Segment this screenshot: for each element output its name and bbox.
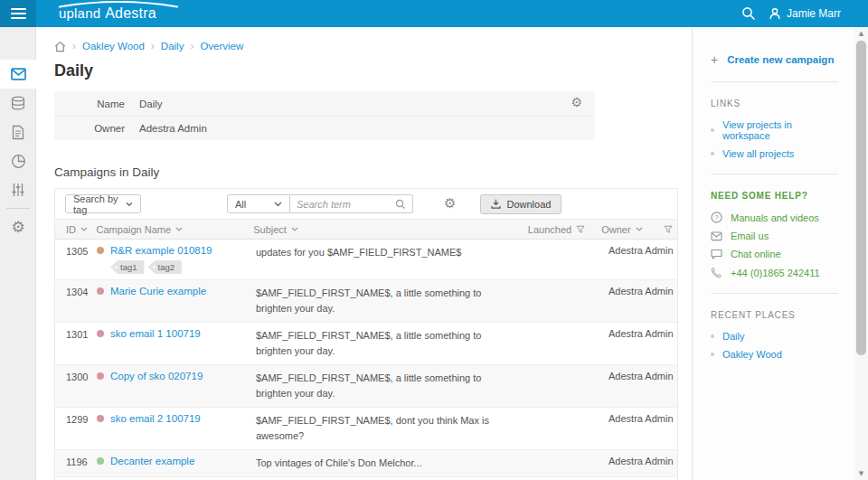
- phone-number-link[interactable]: +44 (0)1865 242411: [731, 268, 820, 278]
- campaign-subject: $AMF_FIELD_FIRST_NAME$, a little somethi…: [256, 371, 518, 401]
- campaign-owner: Adestra Admin: [599, 328, 676, 339]
- recent-daily-link[interactable]: Daily: [722, 331, 744, 342]
- breadcrumb-page[interactable]: Overview: [200, 41, 243, 52]
- campaign-owner: Adestra Admin: [599, 456, 676, 466]
- campaign-link[interactable]: Copy of sko 020719: [110, 371, 203, 381]
- table-settings-gear-icon[interactable]: ⚙: [444, 197, 456, 211]
- campaigns-panel: Search by tag All ⚙ Download ID: [54, 188, 678, 480]
- campaign-subject: updates for you $AMF_FIELD_FIRST_NAME$: [256, 245, 518, 260]
- owner-filter-icon[interactable]: [659, 225, 677, 234]
- download-button[interactable]: Download: [480, 194, 561, 214]
- email-icon: [11, 68, 26, 80]
- info-value: Daily: [139, 99, 163, 109]
- table-row: 1304 Marie Curie example $AMF_FIELD_FIRS…: [55, 280, 677, 323]
- table-row: 1300 Copy of sko 020719 $AMF_FIELD_FIRST…: [55, 365, 677, 408]
- info-label: Owner: [54, 123, 125, 134]
- campaign-subject: $AMF_FIELD_FIRST_NAME$, a little somethi…: [256, 286, 518, 316]
- sort-chevron-icon: [636, 227, 643, 231]
- search-icon[interactable]: [395, 199, 406, 210]
- divider: [711, 293, 838, 294]
- project-settings-gear-icon[interactable]: ⚙: [571, 96, 582, 108]
- type-filter-select[interactable]: All: [227, 194, 290, 213]
- col-header-name[interactable]: Campaign Name: [97, 224, 254, 235]
- divider: [711, 81, 838, 82]
- sort-chevron-icon: [80, 227, 88, 231]
- col-header-launched[interactable]: Launched: [512, 224, 592, 235]
- svg-text:?: ?: [714, 213, 718, 221]
- nav-content[interactable]: [0, 118, 36, 146]
- campaign-link[interactable]: Marie Curie example: [110, 286, 206, 296]
- chat-bubble-icon: [711, 249, 722, 259]
- email-us-link[interactable]: Email us: [731, 231, 769, 241]
- campaign-id: 1301: [66, 328, 97, 340]
- campaign-subject: Top vintages of Chile's Don Melchor...: [256, 456, 518, 471]
- search-term-input[interactable]: [297, 199, 395, 210]
- top-bar: upland Adestra Jamie Marr: [0, 0, 868, 27]
- help-circle-icon: ?: [711, 212, 722, 223]
- table-row: 1301 sko email 1 100719 $AMF_FIELD_FIRST…: [55, 323, 677, 365]
- campaign-link[interactable]: Decanter example: [110, 456, 194, 466]
- nav-tools[interactable]: [0, 175, 36, 204]
- tag-pill[interactable]: tag2: [148, 260, 183, 274]
- left-nav: ⚙: [0, 27, 36, 480]
- campaign-subject: $AMF_FIELD_FIRST_NAME$, a little somethi…: [256, 328, 518, 359]
- table-header: ID Campaign Name Subject Launched Owner: [55, 219, 677, 240]
- main-content: › Oakley Wood › Daily › Overview Daily N…: [36, 27, 692, 480]
- chat-online-link[interactable]: Chat online: [731, 249, 781, 259]
- links-heading: LINKS: [711, 99, 838, 108]
- campaign-link[interactable]: R&R example 010819: [110, 245, 212, 256]
- view-projects-workspace-link[interactable]: View projects in workspace: [722, 119, 838, 141]
- scrollbar-thumb[interactable]: [856, 41, 866, 355]
- list-item: Email us: [711, 231, 838, 241]
- campaign-owner: Adestra Admin: [599, 286, 676, 296]
- manuals-videos-link[interactable]: Manuals and videos: [731, 212, 819, 223]
- chevron-down-icon: [126, 202, 133, 207]
- campaign-link[interactable]: sko email 2 100719: [110, 413, 201, 424]
- download-label: Download: [506, 199, 551, 210]
- scroll-up-arrow-icon[interactable]: ▲: [854, 27, 868, 40]
- create-new-campaign-link[interactable]: + Create new campaign: [711, 52, 838, 67]
- bullet-icon: [711, 353, 714, 356]
- breadcrumb-separator: ›: [190, 40, 193, 52]
- info-row-owner: Owner Adestra Admin: [54, 116, 595, 140]
- help-heading: NEED SOME HELP?: [711, 191, 838, 201]
- vertical-scrollbar[interactable]: ▲ ▼: [854, 27, 868, 480]
- col-header-subject[interactable]: Subject: [253, 224, 512, 235]
- tag-filter-select[interactable]: Search by tag: [65, 194, 141, 213]
- page-title: Daily: [54, 61, 692, 80]
- list-item: View projects in workspace: [711, 119, 838, 141]
- campaigns-heading: Campaigns in Daily: [54, 165, 692, 179]
- bullet-icon: [711, 334, 714, 338]
- list-item: Daily: [711, 331, 838, 342]
- filter-funnel-icon: [576, 225, 585, 234]
- bullet-icon: [711, 152, 714, 155]
- campaign-owner: Adestra Admin: [599, 371, 676, 381]
- scroll-down-arrow-icon[interactable]: ▼: [854, 467, 868, 480]
- col-header-owner[interactable]: Owner: [592, 224, 659, 235]
- search-icon[interactable]: [741, 6, 756, 21]
- status-dot: [97, 372, 104, 380]
- nav-data[interactable]: [0, 89, 36, 118]
- project-info-box: Name Daily Owner Adestra Admin ⚙: [54, 91, 595, 140]
- nav-reports[interactable]: [0, 146, 36, 175]
- breadcrumb-project[interactable]: Daily: [161, 41, 184, 52]
- campaigns-toolbar: Search by tag All ⚙ Download: [55, 189, 677, 219]
- user-menu[interactable]: Jamie Marr: [769, 7, 841, 20]
- view-all-projects-link[interactable]: View all projects: [722, 148, 794, 159]
- sort-chevron-icon: [175, 227, 183, 231]
- user-icon: [769, 7, 781, 20]
- hamburger-menu-icon[interactable]: [0, 0, 36, 27]
- breadcrumb-workspace[interactable]: Oakley Wood: [82, 41, 145, 52]
- tag-pill[interactable]: tag1: [110, 260, 145, 274]
- nav-email-campaigns[interactable]: [0, 60, 36, 89]
- recent-oakley-wood-link[interactable]: Oakley Wood: [722, 349, 782, 360]
- campaign-id: 1304: [66, 286, 97, 297]
- home-icon[interactable]: [54, 41, 66, 52]
- col-header-id[interactable]: ID: [66, 224, 97, 235]
- campaign-subject: $AMF_FIELD_FIRST_NAME$, dont you think M…: [256, 413, 518, 444]
- campaign-link[interactable]: sko email 1 100719: [110, 328, 201, 339]
- nav-settings[interactable]: ⚙: [0, 212, 36, 241]
- plus-icon: +: [711, 52, 718, 67]
- campaign-id: 1305: [66, 245, 97, 257]
- status-dot: [97, 247, 104, 254]
